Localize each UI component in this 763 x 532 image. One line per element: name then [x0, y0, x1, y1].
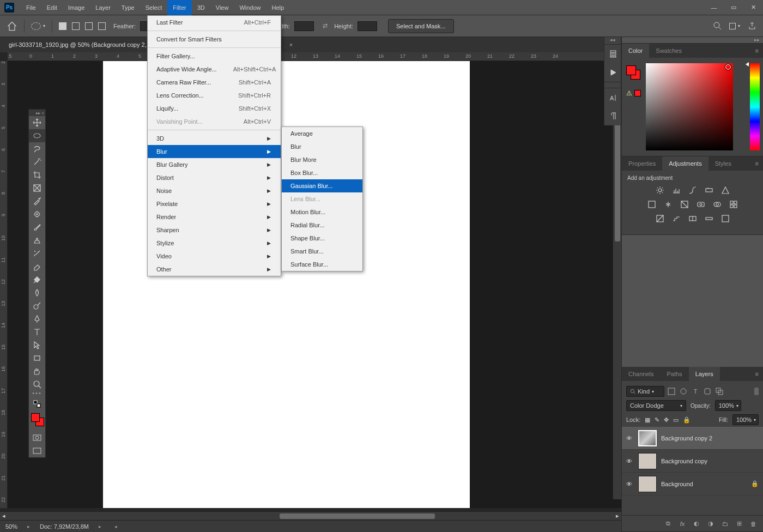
fill-input[interactable]: 100% ▾	[732, 414, 759, 425]
layer-visibility-icon[interactable]: 👁	[626, 435, 634, 442]
saturation-brightness-picker[interactable]	[646, 63, 733, 150]
default-colors-icon[interactable]	[29, 397, 45, 410]
maximize-button[interactable]: ▭	[724, 0, 743, 15]
menu-help[interactable]: Help	[267, 0, 290, 15]
menu-view[interactable]: View	[210, 0, 234, 15]
color-swatches[interactable]	[29, 412, 45, 430]
photo-filter-icon[interactable]	[696, 200, 706, 209]
gradient-map-icon[interactable]	[704, 214, 714, 223]
layer-filter-kind[interactable]: Kind ▾	[626, 386, 664, 397]
layer-item[interactable]: 👁Background copy	[622, 450, 763, 473]
menu-type[interactable]: Type	[116, 0, 140, 15]
gamut-warning[interactable]: ⚠	[626, 89, 641, 97]
filter-pixel-icon[interactable]	[668, 388, 675, 395]
menu-item-sharpen[interactable]: Sharpen▶	[148, 223, 281, 237]
layer-item[interactable]: 👁Background🔒	[622, 473, 763, 495]
quick-mask-icon[interactable]	[29, 431, 45, 444]
expand-panels-icon[interactable]: ◂◂	[604, 37, 621, 45]
selection-subtract-icon[interactable]	[85, 22, 93, 30]
menu-item-pixelate[interactable]: Pixelate▶	[148, 197, 281, 210]
tab-color[interactable]: Color	[622, 44, 649, 58]
hue-slider[interactable]	[750, 63, 760, 150]
hand-tool[interactable]	[29, 365, 45, 378]
layer-thumbnail[interactable]	[638, 453, 657, 469]
menu-item-camera-raw-filter-[interactable]: Camera Raw Filter...Shift+Ctrl+A	[148, 76, 281, 89]
menu-item-blur[interactable]: Blur▶	[148, 145, 281, 158]
tab-adjustments[interactable]: Adjustments	[662, 156, 708, 171]
lock-position-icon[interactable]: ✥	[664, 416, 669, 424]
search-icon[interactable]	[713, 21, 722, 31]
selection-new-icon[interactable]	[59, 22, 66, 30]
blend-mode-select[interactable]: Color Dodge ▾	[626, 400, 686, 411]
scroll-left-icon[interactable]: ◂	[114, 524, 117, 529]
swap-icon[interactable]: ⇄	[323, 22, 328, 29]
submenu-item-smart-blur-[interactable]: Smart Blur...	[282, 245, 362, 258]
path-selection-tool[interactable]	[29, 338, 45, 352]
threshold-icon[interactable]	[688, 214, 698, 223]
submenu-item-surface-blur-[interactable]: Surface Blur...	[282, 258, 362, 271]
lasso-tool[interactable]	[29, 142, 45, 155]
foreground-color-swatch[interactable]	[31, 413, 40, 422]
menu-item-3d[interactable]: 3D▶	[148, 132, 281, 145]
history-panel-icon[interactable]	[604, 45, 622, 63]
layer-name[interactable]: Background copy 2	[661, 435, 759, 442]
new-layer-icon[interactable]: ⊞	[735, 519, 743, 528]
screen-mode-icon[interactable]	[29, 444, 45, 457]
share-icon[interactable]	[748, 21, 756, 31]
home-icon[interactable]	[7, 21, 17, 32]
panel-menu-icon[interactable]: ≡	[751, 160, 763, 167]
submenu-item-motion-blur-[interactable]: Motion Blur...	[282, 205, 362, 219]
submenu-item-radial-blur-[interactable]: Radial Blur...	[282, 219, 362, 232]
menu-item-lens-correction-[interactable]: Lens Correction...Shift+Ctrl+R	[148, 89, 281, 102]
filter-toggle[interactable]	[754, 388, 759, 395]
delete-layer-icon[interactable]: 🗑	[749, 519, 758, 528]
submenu-item-gaussian-blur-[interactable]: Gaussian Blur...	[282, 179, 362, 192]
height-input[interactable]	[358, 21, 377, 31]
zoom-tool[interactable]	[29, 378, 45, 391]
close-button[interactable]: ✕	[743, 0, 763, 15]
clone-stamp-tool[interactable]	[29, 234, 45, 247]
frame-tool[interactable]	[29, 182, 45, 195]
history-brush-tool[interactable]	[29, 247, 45, 260]
panel-menu-icon[interactable]: ≡	[751, 371, 763, 377]
filter-shape-icon[interactable]	[704, 388, 711, 395]
posterize-icon[interactable]	[671, 214, 681, 223]
scrollbar-vertical[interactable]	[613, 70, 621, 499]
healing-brush-tool[interactable]	[29, 208, 45, 221]
edit-toolbar-icon[interactable]: •••	[29, 391, 45, 397]
layer-thumbnail[interactable]	[638, 476, 657, 492]
tab-swatches[interactable]: Swatches	[649, 44, 688, 58]
zoom-level[interactable]: 50%	[5, 523, 17, 530]
menu-item-noise[interactable]: Noise▶	[148, 184, 281, 197]
menu-item-render[interactable]: Render▶	[148, 210, 281, 223]
rectangle-tool[interactable]	[29, 352, 45, 365]
layer-thumbnail[interactable]	[638, 430, 657, 446]
marquee-tool-preset[interactable]: ▾	[31, 22, 45, 30]
hue-sat-icon[interactable]	[647, 200, 657, 209]
menu-item-filter-gallery-[interactable]: Filter Gallery...	[148, 50, 281, 63]
select-and-mask-button[interactable]: Select and Mask...	[388, 19, 454, 33]
submenu-item-shape-blur-[interactable]: Shape Blur...	[282, 232, 362, 245]
tab-properties[interactable]: Properties	[622, 156, 662, 171]
curves-icon[interactable]	[688, 185, 698, 195]
type-tool[interactable]	[29, 325, 45, 338]
submenu-item-blur-more[interactable]: Blur More	[282, 153, 362, 166]
layer-visibility-icon[interactable]: 👁	[626, 458, 634, 464]
layer-name[interactable]: Background	[661, 481, 747, 487]
menu-image[interactable]: Image	[63, 0, 90, 15]
menu-edit[interactable]: Edit	[41, 0, 63, 15]
channel-mixer-icon[interactable]	[712, 200, 722, 209]
magic-wand-tool[interactable]	[29, 155, 45, 168]
workspace-switcher[interactable]: ▾	[729, 23, 740, 29]
doc-info-arrow-icon[interactable]: ▸	[99, 524, 101, 529]
submenu-item-box-blur-[interactable]: Box Blur...	[282, 166, 362, 179]
lock-artboard-icon[interactable]: ▭	[673, 416, 679, 424]
menu-item-vanishing-point-[interactable]: Vanishing Point...Alt+Ctrl+V	[148, 115, 281, 128]
color-lookup-icon[interactable]	[729, 200, 738, 209]
levels-icon[interactable]	[671, 185, 681, 195]
toolbox-header[interactable]: ▸▸ ×	[29, 110, 45, 116]
menu-item-video[interactable]: Video▶	[148, 250, 281, 263]
lock-transparency-icon[interactable]: ▦	[645, 416, 650, 424]
menu-file[interactable]: File	[21, 0, 41, 15]
lock-image-icon[interactable]: ✎	[655, 416, 659, 424]
